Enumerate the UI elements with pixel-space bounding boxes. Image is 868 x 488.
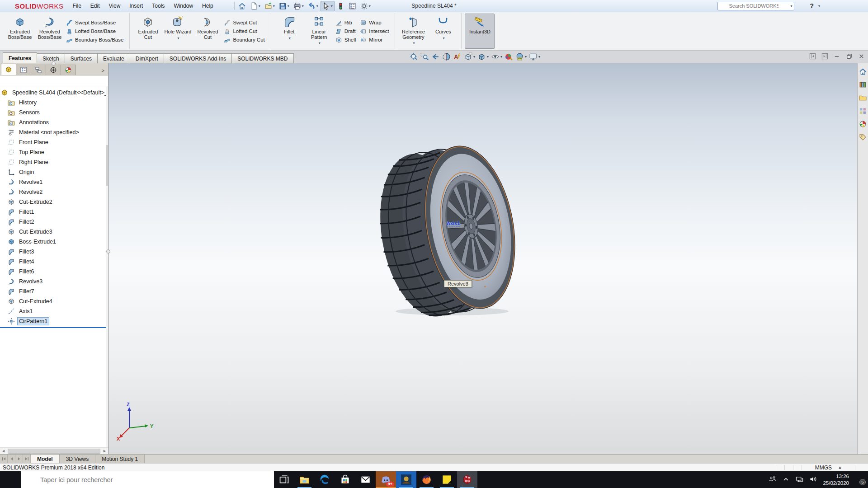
next-tab-button[interactable] (15, 455, 23, 463)
dimxpert-manager-tab[interactable] (46, 65, 61, 75)
panel-splitter-grip-right[interactable] (106, 249, 110, 253)
fillet-button[interactable]: Fillet▾ (274, 14, 304, 49)
design-library-tab[interactable] (859, 81, 867, 90)
linear-pattern-dropdown[interactable]: ▾ (319, 41, 321, 46)
print-button-dropdown[interactable]: ▾ (302, 4, 304, 8)
tree-item-origin[interactable]: Origin (0, 167, 108, 177)
extruded-cut-button[interactable]: Extruded Cut (133, 14, 163, 49)
edit-appearance-button[interactable] (504, 52, 514, 61)
annotation-views-button[interactable]: A (453, 52, 462, 61)
fillet-dropdown[interactable]: ▾ (289, 36, 291, 41)
open-button-dropdown[interactable]: ▾ (273, 4, 275, 8)
hide-show-items-button-dropdown[interactable]: ▾ (500, 55, 502, 59)
tree-horizontal-scrollbar[interactable]: ◄ ► (0, 447, 108, 454)
undo-button-dropdown[interactable]: ▾ (316, 4, 318, 8)
zoom-to-area-button[interactable] (420, 52, 429, 61)
boundary-boss-base-button[interactable]: Boundary Boss/Base (65, 36, 126, 44)
user-icon[interactable] (798, 2, 806, 10)
doc-restore-button[interactable] (845, 52, 853, 60)
task-view-button[interactable] (274, 471, 294, 488)
tree-item-revolve2[interactable]: Revolve2 (0, 187, 108, 197)
lofted-boss-base-button[interactable]: Lofted Boss/Base (65, 27, 126, 36)
sticky-notes-button[interactable] (437, 471, 457, 488)
action-center-button[interactable]: 5 (855, 476, 863, 483)
revolved-boss-base-button[interactable]: Revolved Boss/Base (35, 14, 65, 49)
lofted-cut-button[interactable]: Lofted Cut (222, 27, 267, 36)
expand-tabs-arrow[interactable]: > (102, 68, 107, 75)
previous-view-button[interactable] (431, 52, 440, 61)
tab-features[interactable]: Features (3, 52, 37, 63)
file-explorer-button[interactable] (294, 471, 315, 488)
first-tab-button[interactable] (0, 455, 8, 463)
rib-button[interactable]: Rib (334, 19, 359, 27)
view-settings-button[interactable]: ▾ (528, 52, 541, 61)
tree-item-speedline[interactable]: Speedline SL404 (Default<<Default>_Displ… (0, 88, 108, 98)
select-button[interactable]: ▾ (321, 1, 335, 11)
rollback-bar[interactable] (0, 327, 108, 328)
configuration-manager-tab[interactable] (31, 65, 46, 75)
hole-wizard-button[interactable]: Hole Wizard▾ (163, 14, 193, 49)
volume-button[interactable] (809, 475, 817, 484)
save-button-dropdown[interactable]: ▾ (288, 4, 289, 8)
featuremanager-tree-tab[interactable] (1, 64, 16, 75)
view-orientation-button[interactable]: ▾ (463, 52, 476, 61)
firefox-button[interactable] (416, 471, 437, 488)
edge-button[interactable] (315, 471, 335, 488)
wrap-button[interactable]: cdWrap (359, 19, 392, 27)
help-search-box[interactable]: ▾ (717, 2, 794, 10)
help-button[interactable]: ? (810, 2, 814, 9)
previous-tab-button[interactable] (8, 455, 15, 463)
pin-menubar-button[interactable] (218, 2, 232, 9)
tree-item-revolve3[interactable]: Revolve3 (0, 277, 108, 286)
curves-button[interactable]: Curves▾ (428, 14, 458, 49)
display-style-button[interactable]: ▾ (477, 52, 489, 61)
undo-button[interactable]: ▾ (306, 1, 320, 11)
tree-item-front[interactable]: Front Plane (0, 137, 108, 147)
menu-edit[interactable]: Edit (86, 0, 104, 12)
tree-item-cirpattern1[interactable]: CirPattern1 (0, 316, 108, 326)
unit-system-selector[interactable]: MMGS ▲ (806, 465, 851, 471)
display-manager-tab[interactable] (61, 65, 76, 75)
appearances-scenes-tab[interactable] (859, 120, 867, 129)
collapse-pane-right-button[interactable] (821, 52, 829, 60)
network-button[interactable] (796, 475, 803, 484)
tree-item-cut-extrude2[interactable]: Cut-Extrude2 (0, 197, 108, 207)
people-button[interactable] (769, 475, 776, 484)
tree-item-axis1[interactable]: Axis1 (0, 306, 108, 316)
print-button[interactable]: ▾ (292, 1, 306, 11)
tree-filter-bar[interactable] (0, 75, 108, 86)
draft-button[interactable]: Draft (334, 27, 359, 36)
linear-pattern-button[interactable]: Linear Pattern▾ (304, 14, 334, 49)
apply-scene-button-dropdown[interactable]: ▾ (525, 55, 527, 59)
select-button-dropdown[interactable]: ▾ (331, 4, 333, 8)
section-view-button[interactable] (442, 52, 451, 61)
tree-item-annotations[interactable]: AAnnotations (0, 117, 108, 127)
wheel-3d-model[interactable] (380, 142, 524, 319)
tray-expand-button[interactable] (782, 475, 790, 484)
taskbar-clock[interactable]: 13:26 25/02/2020 (823, 473, 849, 487)
save-button[interactable]: ▾ (277, 1, 291, 11)
game-button[interactable] (396, 471, 416, 488)
menu-help[interactable]: Help (198, 0, 218, 12)
tab-solidworks-add-ins[interactable]: SOLIDWORKS Add-Ins (164, 53, 232, 63)
hole-wizard-dropdown[interactable]: ▾ (177, 36, 179, 41)
hide-show-items-button[interactable]: ▾ (491, 52, 503, 61)
doc-tab-3d-views[interactable]: 3D Views (60, 455, 95, 463)
doc-tab-motion-study-1[interactable]: Motion Study 1 (95, 455, 145, 463)
menu-file[interactable]: File (68, 0, 86, 12)
panel-splitter-grip[interactable] (52, 61, 56, 66)
tab-surfaces[interactable]: Surfaces (65, 53, 98, 63)
doc-minimize-button[interactable] (833, 52, 841, 60)
collapse-pane-left-button[interactable] (809, 52, 816, 60)
taskbar-search-input[interactable] (39, 476, 255, 484)
tree-item-fillet7[interactable]: Fillet7 (0, 286, 108, 296)
property-manager-tab[interactable] (16, 65, 31, 75)
zoom-to-fit-button[interactable] (409, 52, 419, 61)
tab-evaluate[interactable]: Evaluate (97, 53, 130, 63)
view-settings-button-dropdown[interactable]: ▾ (538, 55, 540, 59)
extruded-boss-base-button[interactable]: Extruded Boss/Base (5, 14, 35, 49)
graphics-viewport[interactable]: Axis1 Revolve3 Z Y X (108, 63, 857, 454)
tree-item-revolve1[interactable]: Revolve1 (0, 177, 108, 187)
menu-view[interactable]: View (104, 0, 125, 12)
tree-item-cut-extrude4[interactable]: Cut-Extrude4 (0, 296, 108, 306)
